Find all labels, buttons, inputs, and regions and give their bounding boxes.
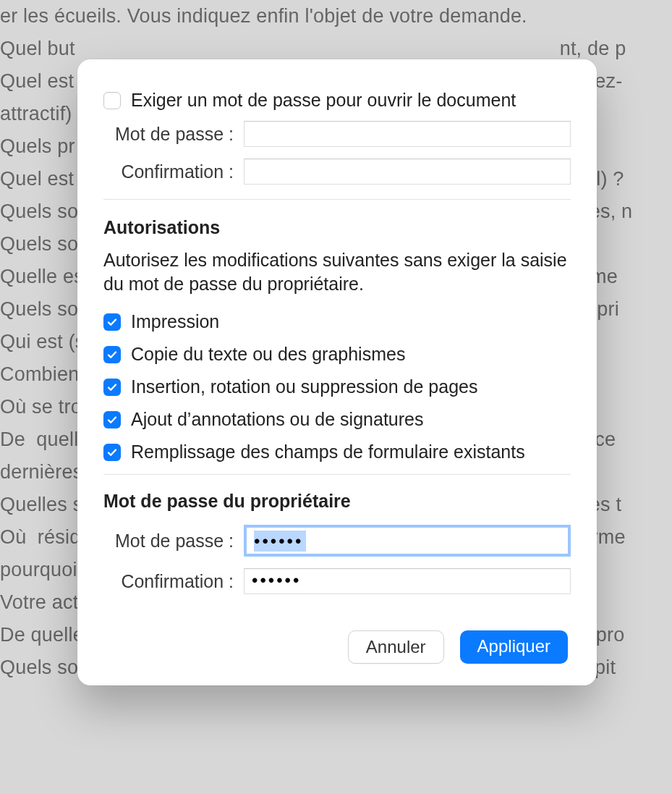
divider [103,474,571,475]
owner-password-row: Mot de passe : •••••• [103,525,571,557]
owner-password-title: Mot de passe du propriétaire [103,491,571,512]
open-password-label: Mot de passe : [103,124,234,145]
open-confirm-label: Confirmation : [103,161,234,182]
permission-label: Insertion, rotation ou suppression de pa… [131,376,477,397]
permission-row[interactable]: Insertion, rotation ou suppression de pa… [103,376,571,397]
permission-row[interactable]: Remplissage des champs de formulaire exi… [103,442,571,463]
permission-checkbox[interactable] [103,379,121,396]
owner-confirm-value: •••••• [252,569,301,589]
permission-checkbox[interactable] [103,444,121,461]
owner-password-value: •••••• [254,531,303,551]
owner-confirm-input[interactable]: •••••• [244,568,571,594]
permission-label: Impression [131,311,219,332]
permission-row[interactable]: Ajout d’annotations ou de signatures [103,409,571,430]
permission-row[interactable]: Impression [103,311,571,332]
owner-password-input[interactable]: •••••• [244,525,571,557]
permissions-desc: Autorisez les modifications suivantes sa… [103,248,571,295]
require-password-row[interactable]: Exiger un mot de passe pour ouvrir le do… [103,90,571,111]
permissions-title: Autorisations [103,217,571,238]
open-confirm-row: Confirmation : [103,159,571,185]
background-line: er les écueils. Vous indiquez enfin l'ob… [0,0,672,33]
permission-label: Copie du texte ou des graphismes [131,344,405,365]
permission-row[interactable]: Copie du texte ou des graphismes [103,344,571,365]
owner-password-label: Mot de passe : [103,531,234,552]
divider [103,199,571,200]
owner-confirm-row: Confirmation : •••••• [103,568,571,594]
password-sheet-dialog: Exiger un mot de passe pour ouvrir le do… [77,59,597,685]
open-password-row: Mot de passe : [103,121,571,147]
permissions-list: ImpressionCopie du texte ou des graphism… [103,311,571,463]
apply-button[interactable]: Appliquer [460,630,568,664]
permission-checkbox[interactable] [103,411,121,428]
permission-label: Ajout d’annotations ou de signatures [131,409,423,430]
permission-checkbox[interactable] [103,313,121,331]
require-password-checkbox[interactable] [103,92,121,109]
open-confirm-input[interactable] [244,159,571,185]
require-password-label: Exiger un mot de passe pour ouvrir le do… [131,90,516,111]
dialog-footer: Annuler Appliquer [103,630,571,664]
cancel-button[interactable]: Annuler [348,630,444,664]
owner-confirm-label: Confirmation : [103,571,234,592]
permission-label: Remplissage des champs de formulaire exi… [131,442,525,463]
permission-checkbox[interactable] [103,346,121,363]
open-password-input[interactable] [244,121,571,147]
